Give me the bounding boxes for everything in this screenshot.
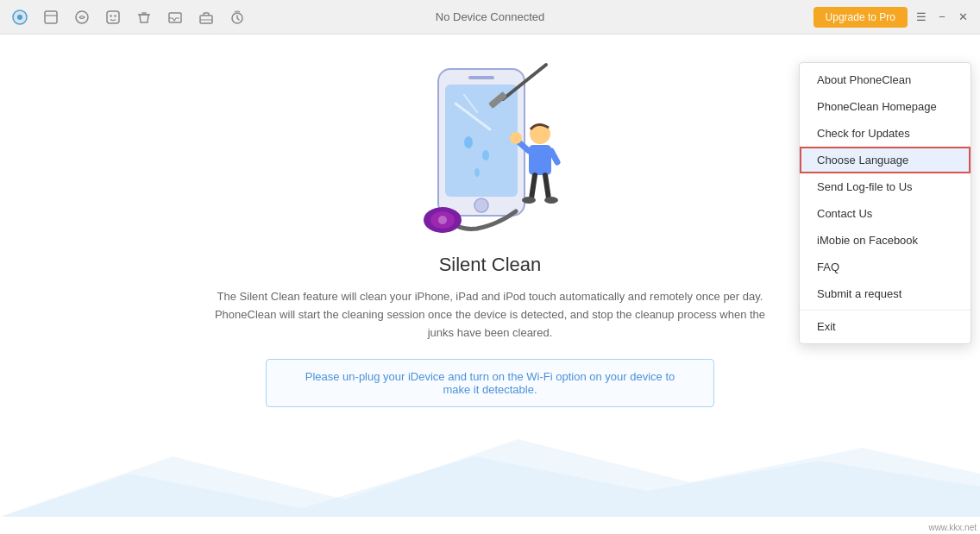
trash-icon[interactable] xyxy=(135,8,154,27)
clean-icon[interactable] xyxy=(41,8,60,27)
svg-point-17 xyxy=(482,150,489,160)
svg-point-19 xyxy=(474,198,488,212)
briefcase-icon[interactable] xyxy=(197,8,216,27)
history-icon[interactable] xyxy=(228,8,247,27)
menu-item-choose-language[interactable]: Choose Language xyxy=(800,147,971,173)
menu-item-send-log[interactable]: Send Log-file to Us xyxy=(800,173,971,200)
svg-line-27 xyxy=(531,175,535,198)
svg-rect-6 xyxy=(107,11,119,23)
menu-item-exit[interactable]: Exit xyxy=(800,313,971,340)
svg-rect-24 xyxy=(529,145,551,175)
dropdown-menu: About PhoneClean PhoneClean Homepage Che… xyxy=(799,62,971,344)
menu-button[interactable]: ☰ xyxy=(914,10,928,24)
info-text: Please un-plug your iDevice and turn on … xyxy=(305,370,675,396)
home-icon[interactable] xyxy=(10,8,29,27)
minimize-button[interactable]: − xyxy=(935,10,949,24)
illustration xyxy=(395,52,585,242)
menu-item-faq[interactable]: FAQ xyxy=(800,254,971,280)
menu-item-contact-us[interactable]: Contact Us xyxy=(800,200,971,227)
menu-divider xyxy=(800,310,971,311)
svg-line-26 xyxy=(551,151,557,162)
svg-point-29 xyxy=(522,197,536,204)
menu-item-check-updates[interactable]: Check for Updates xyxy=(800,120,971,147)
menu-item-imobie-facebook[interactable]: iMobie on Facebook xyxy=(800,227,971,254)
svg-rect-3 xyxy=(45,11,57,23)
nav-icons xyxy=(10,8,247,27)
silent-clean-title: Silent Clean xyxy=(439,254,542,276)
svg-point-33 xyxy=(438,216,447,224)
svg-point-2 xyxy=(17,15,22,20)
whatsapp-icon[interactable] xyxy=(72,8,91,27)
titlebar-right: Upgrade to Pro ☰ − ✕ xyxy=(814,7,970,28)
info-box: Please un-plug your iDevice and turn on … xyxy=(266,359,714,407)
titlebar: No Device Connected Upgrade to Pro ☰ − ✕ xyxy=(0,0,980,35)
svg-point-5 xyxy=(76,11,88,23)
svg-point-34 xyxy=(510,132,522,144)
watermark: www.kkx.net xyxy=(928,523,977,532)
inbox-icon[interactable] xyxy=(166,8,185,27)
svg-rect-20 xyxy=(468,76,494,79)
svg-point-30 xyxy=(544,197,558,204)
upgrade-button[interactable]: Upgrade to Pro xyxy=(814,7,908,28)
svg-point-16 xyxy=(464,136,473,148)
silent-clean-description: The Silent Clean feature will clean your… xyxy=(205,288,775,342)
svg-point-7 xyxy=(110,15,111,16)
device-status: No Device Connected xyxy=(436,10,544,23)
menu-item-about[interactable]: About PhoneClean xyxy=(800,66,971,93)
svg-line-28 xyxy=(545,175,549,198)
face-icon[interactable] xyxy=(104,8,122,27)
phone-cleaning-illustration xyxy=(395,52,568,242)
menu-item-homepage[interactable]: PhoneClean Homepage xyxy=(800,93,971,120)
menu-item-submit-request[interactable]: Submit a request xyxy=(800,280,971,307)
mountains-decoration xyxy=(0,430,980,517)
svg-rect-15 xyxy=(445,85,518,197)
main-content: Silent Clean The Silent Clean feature wi… xyxy=(0,35,980,534)
svg-point-8 xyxy=(114,15,116,16)
svg-point-18 xyxy=(474,168,480,177)
close-button[interactable]: ✕ xyxy=(956,10,970,24)
